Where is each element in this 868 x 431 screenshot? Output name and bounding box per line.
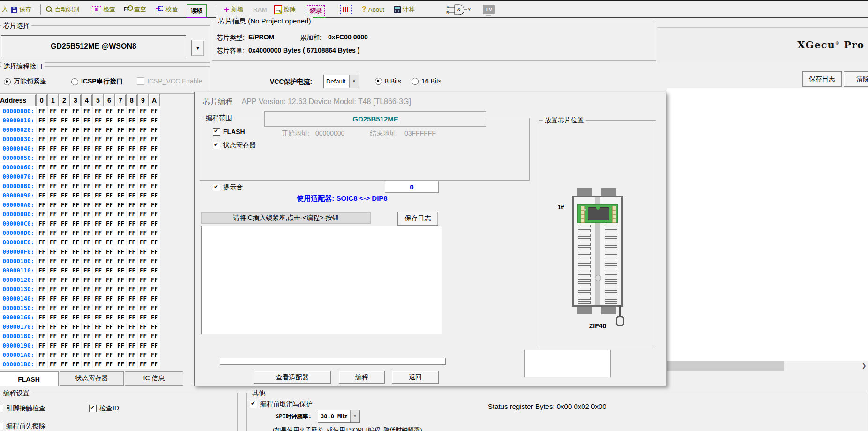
hex-cell[interactable]: FF — [70, 136, 81, 143]
dialog-title-bar[interactable]: 芯片编程 APP Version: 12.63 Device Model: T4… — [203, 97, 411, 107]
hex-cell[interactable]: FF — [36, 333, 47, 340]
hex-cell[interactable]: FF — [137, 211, 149, 218]
hex-cell[interactable]: FF — [36, 182, 47, 189]
hex-cell[interactable]: FF — [137, 333, 149, 340]
hex-cell[interactable]: FF — [104, 145, 115, 152]
hex-cell[interactable]: FF — [92, 164, 104, 171]
hex-cell[interactable]: FF — [70, 126, 81, 133]
hex-cell[interactable]: FF — [59, 342, 70, 349]
hex-cell[interactable]: FF — [59, 136, 70, 143]
hex-cell[interactable]: FF — [104, 342, 115, 349]
hex-cell[interactable]: FF — [92, 107, 104, 114]
hex-cell[interactable]: FF — [104, 314, 115, 321]
hex-cell[interactable]: FF — [92, 276, 104, 283]
hex-cell[interactable]: FF — [59, 107, 70, 114]
hex-cell[interactable]: FF — [59, 182, 70, 189]
hex-cell[interactable]: FF — [149, 164, 160, 171]
hex-cell[interactable]: FF — [47, 201, 59, 208]
program-button[interactable]: 编程 — [339, 371, 385, 384]
hex-cell[interactable]: FF — [115, 229, 126, 236]
hex-cell[interactable]: FF — [137, 295, 149, 302]
hex-cell[interactable]: FF — [59, 304, 70, 311]
hex-cell[interactable]: FF — [126, 117, 137, 124]
hex-cell[interactable]: FF — [47, 257, 59, 265]
hex-cell[interactable]: FF — [104, 229, 115, 236]
hex-cell[interactable]: FF — [92, 145, 104, 152]
hex-cell[interactable]: FF — [70, 173, 81, 180]
hex-cell[interactable]: FF — [126, 201, 137, 208]
hex-cell[interactable]: FF — [137, 239, 149, 246]
hex-cell[interactable]: FF — [137, 117, 149, 124]
hex-cell[interactable]: FF — [81, 182, 92, 189]
hex-cell[interactable]: FF — [47, 126, 59, 133]
hex-cell[interactable]: FF — [36, 107, 47, 114]
hex-cell[interactable]: FF — [70, 323, 81, 330]
beep-checkbox[interactable]: 提示音 — [213, 183, 243, 192]
hex-cell[interactable]: FF — [149, 145, 160, 152]
hex-cell[interactable]: FF — [104, 154, 115, 161]
hex-cell[interactable]: FF — [36, 192, 47, 199]
hex-cell[interactable]: FF — [70, 267, 81, 274]
hex-cell[interactable]: FF — [137, 286, 149, 293]
hex-cell[interactable]: FF — [126, 192, 137, 199]
auto-identify-button[interactable]: 自动识别 — [46, 4, 79, 15]
hex-cell[interactable]: FF — [92, 257, 104, 265]
hex-cell[interactable]: FF — [81, 257, 92, 265]
hex-cell[interactable]: FF — [92, 126, 104, 133]
hex-cell[interactable]: FF — [149, 229, 160, 236]
hex-cell[interactable]: FF — [92, 361, 104, 368]
hex-cell[interactable]: FF — [104, 351, 115, 358]
hex-cell[interactable]: FF — [149, 173, 160, 180]
dialog-log-area[interactable] — [201, 226, 442, 334]
hex-cell[interactable]: FF — [81, 276, 92, 283]
hex-cell[interactable]: FF — [47, 323, 59, 330]
hex-cell[interactable]: FF — [36, 201, 47, 208]
hex-cell[interactable]: FF — [92, 229, 104, 236]
hex-cell[interactable]: FF — [47, 276, 59, 283]
hex-cell[interactable]: FF — [36, 117, 47, 124]
hex-cell[interactable]: FF — [59, 126, 70, 133]
hex-cell[interactable]: FF — [126, 182, 137, 189]
hex-cell[interactable]: FF — [149, 304, 160, 311]
hex-cell[interactable]: FF — [59, 220, 70, 227]
hex-cell[interactable]: FF — [92, 323, 104, 330]
hex-cell[interactable]: FF — [36, 304, 47, 311]
hex-cell[interactable]: FF — [47, 314, 59, 321]
hex-cell[interactable]: FF — [70, 145, 81, 152]
hex-cell[interactable]: FF — [59, 323, 70, 330]
hex-cell[interactable]: FF — [104, 304, 115, 311]
hex-cell[interactable]: FF — [126, 361, 137, 368]
hex-cell[interactable]: FF — [126, 257, 137, 265]
hex-cell[interactable]: FF — [137, 164, 149, 171]
hex-cell[interactable]: FF — [137, 304, 149, 311]
hex-cell[interactable]: FF — [70, 304, 81, 311]
hex-cell[interactable]: FF — [115, 182, 126, 189]
hex-cell[interactable]: FF — [115, 192, 126, 199]
hex-cell[interactable]: FF — [70, 286, 81, 293]
hex-cell[interactable]: FF — [70, 192, 81, 199]
chip-pins-button[interactable] — [340, 4, 352, 15]
hex-cell[interactable]: FF — [81, 220, 92, 227]
hex-cell[interactable]: FF — [149, 333, 160, 340]
logic-test-button[interactable]: A B & Y — [445, 4, 471, 15]
hex-cell[interactable]: FF — [137, 136, 149, 143]
hex-cell[interactable]: FF — [115, 286, 126, 293]
hex-cell[interactable]: FF — [81, 211, 92, 218]
hex-cell[interactable]: FF — [137, 248, 149, 255]
hex-cell[interactable]: FF — [137, 323, 149, 330]
hex-cell[interactable]: FF — [70, 333, 81, 340]
hex-cell[interactable]: FF — [115, 220, 126, 227]
hex-cell[interactable]: FF — [137, 361, 149, 368]
hex-cell[interactable]: FF — [115, 164, 126, 171]
hex-cell[interactable]: FF — [104, 257, 115, 265]
hex-cell[interactable]: FF — [81, 304, 92, 311]
hex-cell[interactable]: FF — [137, 351, 149, 358]
hex-cell[interactable]: FF — [70, 314, 81, 321]
chevron-down-icon[interactable]: ▼ — [350, 410, 359, 422]
chip-select-dropdown-button[interactable]: ▼ — [191, 40, 204, 56]
hex-cell[interactable]: FF — [36, 136, 47, 143]
erase-before-checkbox[interactable]: 编程前先擦除 — [0, 422, 45, 431]
hex-cell[interactable]: FF — [47, 295, 59, 302]
hex-cell[interactable]: FF — [115, 117, 126, 124]
hex-cell[interactable]: FF — [149, 192, 160, 199]
